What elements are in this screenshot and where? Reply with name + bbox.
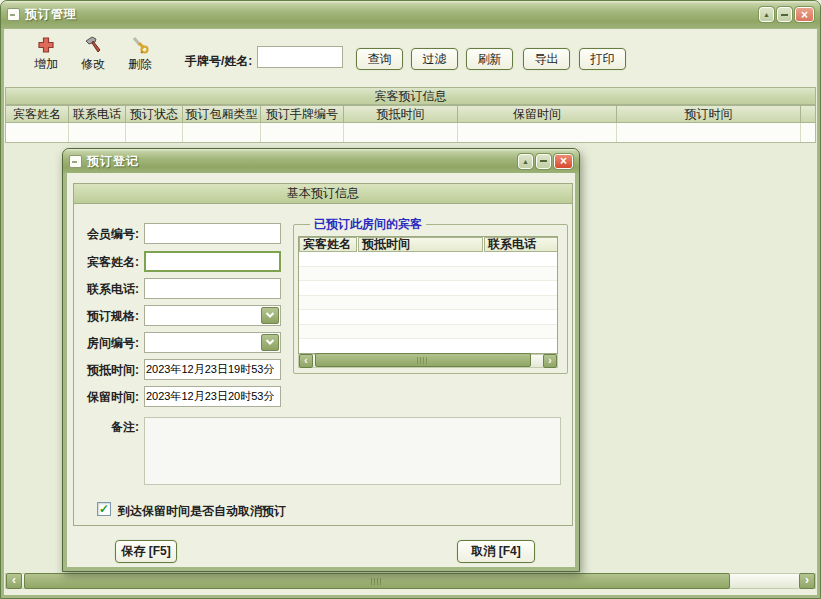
scroll-left-icon: ‹: [12, 573, 16, 587]
delete-button-label: 删除: [117, 56, 163, 73]
auto-cancel-checkbox[interactable]: ✓: [97, 502, 111, 516]
add-button-label: 增加: [23, 56, 69, 73]
column-header[interactable]: 保留时间: [458, 106, 617, 122]
scroll-thumb[interactable]: [315, 353, 531, 367]
phone-field[interactable]: [144, 278, 281, 299]
add-button[interactable]: 增加: [23, 35, 69, 79]
print-button[interactable]: 打印: [579, 48, 626, 70]
dialog-title: 预订登记: [87, 153, 139, 170]
remark-label: 备注:: [69, 419, 139, 436]
scroll-track[interactable]: [313, 353, 543, 369]
hammer-icon: [83, 35, 103, 55]
table-row: [299, 310, 557, 325]
cancel-button-label: 取消 [F4]: [471, 543, 520, 560]
edit-button-label: 修改: [70, 56, 116, 73]
minimize-icon: [540, 160, 547, 162]
maximize-button[interactable]: ▲: [759, 7, 774, 22]
spec-select[interactable]: [144, 305, 281, 326]
scroll-grip: [371, 578, 383, 585]
dialog-maximize-button[interactable]: ▲: [518, 154, 533, 169]
export-button-label: 导出: [535, 51, 559, 68]
plus-icon: [36, 35, 56, 55]
spec-label: 预订规格:: [69, 308, 139, 325]
column-header-filler: [801, 106, 815, 122]
edit-button[interactable]: 修改: [70, 35, 116, 79]
guest-name-label: 宾客姓名:: [69, 254, 139, 271]
column-header[interactable]: 宾客姓名: [299, 237, 357, 252]
grid-caption: 宾客预订信息: [5, 87, 816, 105]
scroll-left-button[interactable]: ‹: [299, 354, 313, 368]
window-icon: [7, 8, 20, 21]
member-id-field[interactable]: [144, 223, 281, 244]
maximize-icon: ▲: [522, 158, 529, 165]
chevron-down-icon[interactable]: [261, 307, 279, 324]
groupbox-title: 已预订此房间的宾客: [310, 216, 426, 233]
minimize-button[interactable]: [777, 7, 792, 22]
maximize-icon: ▲: [763, 11, 770, 18]
scroll-track[interactable]: [22, 573, 799, 589]
export-button[interactable]: 导出: [523, 48, 570, 70]
reserved-guests-groupbox: 已预订此房间的宾客 宾客姓名 预抵时间 联系电话 ‹: [293, 224, 568, 374]
horizontal-scrollbar[interactable]: ‹ ›: [5, 573, 816, 589]
member-id-label: 会员编号:: [69, 226, 139, 243]
hold-time-label: 保留时间:: [69, 389, 139, 406]
reservation-dialog: 预订登记 ▲ × 基本预订信息 会员编号: 宾客姓名: 联系电话: 预订规格:: [62, 148, 580, 572]
screen: 预订管理 ▲ × 增加 修改: [0, 0, 821, 599]
scroll-right-button[interactable]: ›: [799, 573, 815, 589]
table-row: [299, 252, 557, 267]
refresh-button-label: 刷新: [478, 51, 502, 68]
column-header[interactable]: 预订包厢类型: [183, 106, 261, 122]
minimize-icon: [781, 14, 788, 16]
close-icon: ×: [560, 155, 567, 167]
hold-time-field[interactable]: [144, 386, 281, 407]
table-row: [299, 325, 557, 340]
refresh-button[interactable]: 刷新: [466, 48, 513, 70]
search-input[interactable]: [257, 46, 343, 68]
scroll-left-button[interactable]: ‹: [6, 573, 22, 589]
save-button[interactable]: 保存 [F5]: [115, 540, 177, 563]
auto-cancel-label: 到达保留时间是否自动取消预订: [118, 503, 286, 520]
column-header[interactable]: 联系电话: [484, 237, 558, 252]
table-row: [299, 281, 557, 296]
scroll-right-icon: ›: [805, 573, 809, 587]
grid-empty-row: [5, 123, 816, 143]
guest-name-field[interactable]: [144, 251, 281, 272]
phone-label: 联系电话:: [69, 281, 139, 298]
print-button-label: 打印: [591, 51, 615, 68]
dialog-body: 基本预订信息 会员编号: 宾客姓名: 联系电话: 预订规格: 房间编号:: [67, 173, 575, 567]
reserved-guests-table: 宾客姓名 预抵时间 联系电话: [298, 236, 558, 354]
query-button[interactable]: 查询: [356, 48, 403, 70]
dialog-minimize-button[interactable]: [536, 154, 551, 169]
key-icon: [130, 35, 150, 55]
panel-header: 基本预订信息: [74, 184, 572, 204]
scroll-grip: [417, 357, 429, 364]
column-header[interactable]: 预订状态: [126, 106, 183, 122]
mini-grid-scrollbar[interactable]: ‹ ›: [298, 354, 558, 368]
mini-grid-header: 宾客姓名 预抵时间 联系电话: [299, 237, 557, 252]
delete-button[interactable]: 删除: [117, 35, 163, 79]
table-row: [299, 339, 557, 354]
query-button-label: 查询: [368, 51, 392, 68]
main-titlebar[interactable]: 预订管理 ▲ ×: [1, 1, 820, 28]
chevron-down-icon[interactable]: [261, 334, 279, 351]
column-header[interactable]: 预抵时间: [358, 237, 483, 252]
dialog-titlebar[interactable]: 预订登记 ▲ ×: [63, 149, 579, 173]
column-header[interactable]: 预订手牌编号: [261, 106, 344, 122]
table-row: [299, 267, 557, 282]
grid-column-header: 宾客姓名 联系电话 预订状态 预订包厢类型 预订手牌编号 预抵时间 保留时间 预…: [5, 105, 816, 123]
scroll-right-icon: ›: [548, 355, 551, 366]
arrival-time-field[interactable]: [144, 359, 281, 380]
scroll-right-button[interactable]: ›: [543, 354, 557, 368]
close-button[interactable]: ×: [795, 7, 814, 22]
column-header[interactable]: 宾客姓名: [6, 106, 69, 122]
scroll-thumb[interactable]: [24, 573, 730, 589]
remark-textarea[interactable]: [144, 417, 561, 485]
column-header[interactable]: 预抵时间: [344, 106, 458, 122]
column-header[interactable]: 预订时间: [617, 106, 801, 122]
cancel-button[interactable]: 取消 [F4]: [457, 540, 535, 563]
filter-button[interactable]: 过滤: [411, 48, 458, 70]
room-no-select[interactable]: [144, 332, 281, 353]
column-header[interactable]: 联系电话: [69, 106, 126, 122]
close-icon: ×: [801, 9, 808, 21]
dialog-close-button[interactable]: ×: [554, 154, 573, 169]
